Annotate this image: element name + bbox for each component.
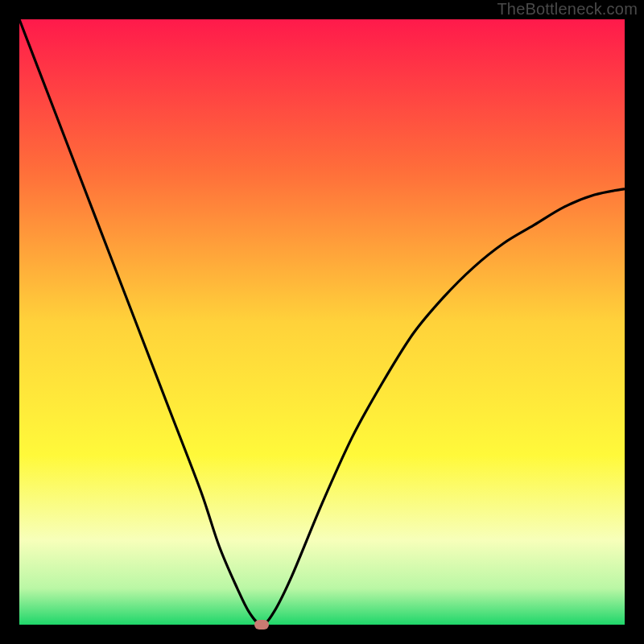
chart-container: TheBottleneck.com bbox=[0, 0, 644, 644]
bottleneck-curve bbox=[19, 19, 625, 625]
optimum-marker bbox=[254, 620, 269, 630]
plot-area bbox=[19, 19, 625, 625]
curve-path bbox=[19, 19, 625, 625]
watermark-text: TheBottleneck.com bbox=[497, 0, 638, 19]
